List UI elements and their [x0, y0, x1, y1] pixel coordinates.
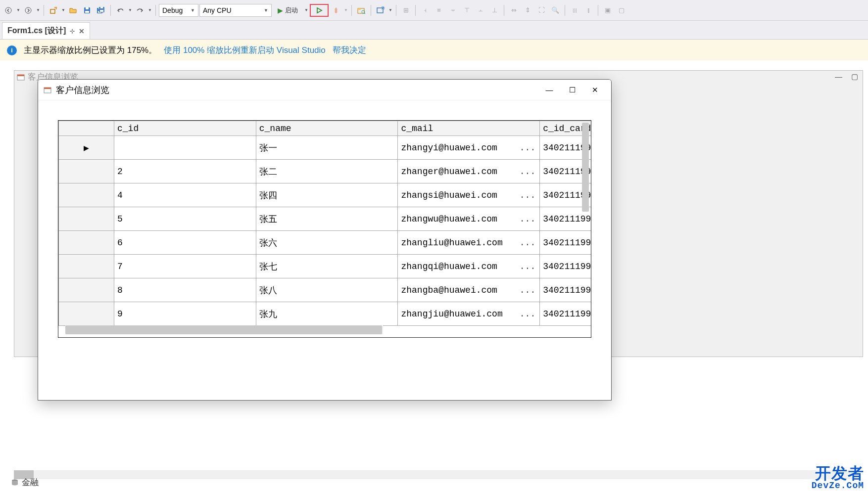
row-header[interactable] [59, 207, 114, 231]
cell-cmail[interactable]: zhanger@huawei.com... [398, 160, 540, 183]
cell-cname[interactable]: 张四 [256, 183, 398, 207]
separator [565, 5, 565, 16]
table-row[interactable]: 9张九zhangjiu@huawei.com...340211199301010… [59, 302, 592, 326]
row-header-corner[interactable] [59, 121, 114, 136]
cell-cid[interactable]: 2 [114, 160, 256, 183]
table-row[interactable]: 8张八zhangba@huawei.com...3402111993010100… [59, 278, 592, 302]
cell-cname[interactable]: 张八 [256, 278, 398, 302]
cell-cid[interactable]: 9 [114, 302, 256, 326]
row-header[interactable] [59, 231, 114, 255]
cell-cname[interactable]: 张九 [256, 302, 398, 326]
cell-cidcard[interactable]: 340211199301010007 [540, 255, 591, 278]
chevron-down-icon: ▼ [264, 8, 268, 13]
row-header[interactable] [59, 160, 114, 183]
table-row[interactable]: ▶1张一zhangyi@huawei.com...340211199301010… [59, 136, 592, 160]
cell-cidcard[interactable]: 340211199301010008 [540, 278, 591, 302]
new-project-dropdown-icon[interactable]: ▼ [61, 8, 66, 12]
open-in-explorer-icon[interactable] [355, 4, 368, 17]
nav-back-icon[interactable] [2, 4, 15, 17]
cell-cname[interactable]: 张一 [256, 136, 398, 160]
send-back-icon: ▢ [615, 4, 628, 17]
row-header[interactable] [59, 183, 114, 207]
new-project-icon[interactable] [47, 4, 60, 17]
cell-cmail[interactable]: zhangjiu@huawei.com... [398, 302, 540, 326]
minimize-icon[interactable]: — [835, 72, 842, 81]
start-debug-button[interactable]: ▶ 启动 [273, 4, 303, 17]
cell-cmail[interactable]: zhangwu@huawei.com... [398, 207, 540, 231]
cell-cid[interactable]: 5 [114, 207, 256, 231]
col-header-cmail[interactable]: c_mail [398, 121, 540, 136]
cell-cid[interactable]: 1 [114, 136, 256, 160]
maximize-button[interactable]: ☐ [561, 80, 583, 100]
svg-point-0 [5, 7, 11, 13]
cell-cname[interactable]: 张二 [256, 160, 398, 183]
cell-cidcard[interactable]: 340211199301010006 [540, 231, 591, 255]
redo-dropdown-icon[interactable]: ▼ [147, 8, 152, 12]
platform-combo[interactable]: Any CPU ▼ [199, 4, 272, 17]
cell-cid[interactable]: 7 [114, 255, 256, 278]
config-combo[interactable]: Debug ▼ [159, 4, 198, 17]
start-dropdown-icon[interactable]: ▼ [304, 8, 309, 12]
minimize-button[interactable]: — [538, 80, 561, 100]
col-header-cname[interactable]: c_name [256, 121, 398, 136]
bring-front-icon: ▣ [601, 4, 614, 17]
help-decide-link[interactable]: 帮我决定 [333, 45, 366, 56]
start-without-debug-button[interactable] [310, 4, 329, 17]
align-grid-icon: ⊞ [399, 4, 412, 17]
table-row[interactable]: 2张二zhanger@huawei.com...3402111993010100… [59, 160, 592, 183]
cell-cmail[interactable]: zhangyi@huawei.com... [398, 136, 540, 160]
cell-cmail[interactable]: zhangqi@huawei.com... [398, 255, 540, 278]
cell-cname[interactable]: 张五 [256, 207, 398, 231]
hspace-equal-icon: ⇔ [507, 4, 520, 17]
close-icon[interactable]: ✕ [79, 27, 85, 35]
datagrid[interactable]: c_id c_name c_mail c_id_card ▶1张一zhangyi… [58, 121, 591, 326]
live-preview-icon[interactable] [374, 4, 387, 17]
nav-forward-icon[interactable] [22, 4, 35, 17]
redo-icon[interactable] [134, 4, 146, 17]
table-row[interactable]: 5张五zhangwu@huawei.com...3402111993010100… [59, 207, 592, 231]
svg-rect-17 [17, 75, 24, 76]
align-bottom-icon: ⊥ [488, 4, 501, 17]
app-icon [43, 86, 52, 94]
cell-cidcard[interactable]: 340211199301010009 [540, 302, 591, 326]
nav-forward-dropdown-icon[interactable]: ▼ [36, 8, 41, 12]
cell-cname[interactable]: 张七 [256, 255, 398, 278]
save-icon[interactable] [81, 4, 94, 17]
undo-dropdown-icon[interactable]: ▼ [128, 8, 133, 12]
table-row[interactable]: 6张六zhangliu@huawei.com...340211199301010… [59, 231, 592, 255]
cell-cmail[interactable]: zhangsi@huawei.com... [398, 183, 540, 207]
tab-form1-designer[interactable]: Form1.cs [设计] ⊹ ✕ [2, 22, 90, 39]
open-file-icon[interactable] [67, 4, 80, 17]
nav-back-dropdown-icon[interactable]: ▼ [16, 8, 21, 12]
cell-cid[interactable]: 4 [114, 183, 256, 207]
row-header[interactable] [59, 255, 114, 278]
save-all-icon[interactable] [95, 4, 107, 17]
align-right-icon: ⫟ [446, 4, 459, 17]
cell-cname[interactable]: 张六 [256, 231, 398, 255]
align-center-icon: ≡ [433, 4, 445, 17]
start-label: 启动 [285, 6, 298, 15]
form-icon [17, 73, 25, 81]
restart-100-link[interactable]: 使用 100% 缩放比例重新启动 Visual Studio [164, 45, 326, 56]
row-header[interactable]: ▶ [59, 136, 114, 160]
row-header[interactable] [59, 278, 114, 302]
row-header[interactable] [59, 302, 114, 326]
cell-cid[interactable]: 8 [114, 278, 256, 302]
maximize-icon[interactable]: ▢ [851, 72, 858, 81]
table-row[interactable]: 4张四zhangsi@huawei.com...3402111993010100… [59, 183, 592, 207]
col-header-cid[interactable]: c_id [114, 121, 256, 136]
svg-rect-13 [358, 8, 361, 10]
live-preview-dropdown-icon[interactable]: ▼ [388, 8, 393, 12]
datagrid-hscroll-thumb[interactable] [65, 325, 382, 334]
cell-cmail[interactable]: zhangba@huawei.com... [398, 278, 540, 302]
close-button[interactable]: ✕ [583, 80, 606, 100]
cell-cid[interactable]: 6 [114, 231, 256, 255]
table-row[interactable]: 7张七zhangqi@huawei.com...3402111993010100… [59, 255, 592, 278]
cell-cmail[interactable]: zhangliu@huawei.com... [398, 231, 540, 255]
pin-icon[interactable]: ⊹ [70, 28, 75, 35]
undo-icon[interactable] [114, 4, 127, 17]
app-titlebar: 客户信息浏览 — ☐ ✕ [38, 80, 611, 100]
designer-hscroll-track[interactable] [14, 470, 853, 479]
datagrid-hscroll-track[interactable] [65, 325, 383, 334]
datagrid-vscroll-thumb[interactable] [582, 123, 589, 212]
